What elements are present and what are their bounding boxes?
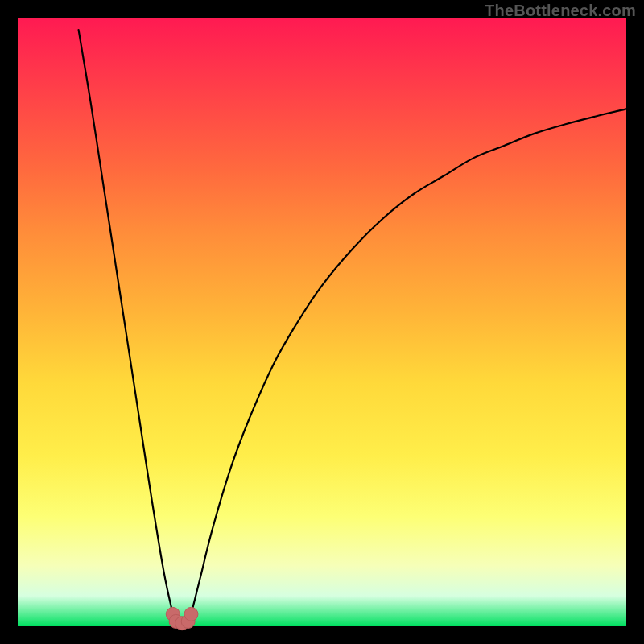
plot-background: [18, 18, 626, 626]
bottleneck-markers: [166, 607, 198, 630]
bottleneck-marker: [184, 607, 198, 621]
chart-frame: TheBottleneck.com: [0, 0, 644, 644]
bottleneck-curve: [18, 18, 626, 626]
curve-left-branch: [79, 30, 173, 614]
curve-right-branch: [191, 109, 626, 613]
